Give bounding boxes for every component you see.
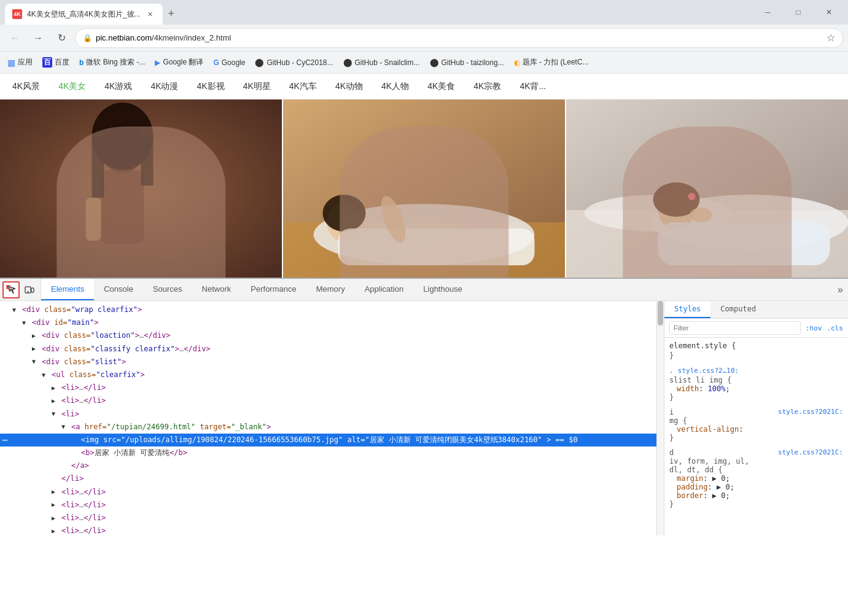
html-line[interactable]: ▶ <li>…</li> bbox=[0, 394, 656, 407]
tab-network[interactable]: Network bbox=[192, 279, 241, 300]
toggle-arrow[interactable]: ▼ bbox=[32, 357, 41, 367]
more-tabs-button[interactable]: » bbox=[833, 279, 848, 300]
nav-item-star[interactable]: 4K明星 bbox=[243, 81, 271, 92]
devtools-panel: Elements Console Sources Network Perform… bbox=[0, 278, 848, 536]
toggle-arrow[interactable]: ▶ bbox=[52, 487, 60, 497]
svg-point-9 bbox=[314, 204, 535, 265]
tab-computed[interactable]: Computed bbox=[710, 301, 766, 318]
bookmark-apps[interactable]: ▦ 应用 bbox=[7, 57, 33, 68]
image-3[interactable] bbox=[566, 99, 848, 278]
active-tab[interactable]: 4K 4K美女壁纸_高清4K美女图片_彼... ✕ bbox=[5, 4, 163, 25]
html-line-selected[interactable]: ⋯ <img src="/uploads/allimg/190824/22024… bbox=[0, 434, 656, 446]
toggle-arrow[interactable]: ▶ bbox=[52, 396, 60, 406]
maximize-button[interactable]: □ bbox=[784, 3, 812, 21]
bookmark-github-1[interactable]: ⬤ GitHub - CyC2018... bbox=[255, 58, 333, 67]
styles-filter-input[interactable] bbox=[669, 321, 801, 335]
html-line[interactable]: ▼ <ul class="clearfix"> bbox=[0, 368, 656, 381]
toggle-arrow[interactable]: ▶ bbox=[52, 526, 60, 536]
html-line[interactable]: ▼ <div class="wrap clearfix"> bbox=[0, 303, 656, 316]
bookmark-google[interactable]: G Google bbox=[213, 58, 245, 67]
html-line[interactable]: ▶ <div class="loaction">…</div> bbox=[0, 329, 656, 342]
github3-icon: ⬤ bbox=[430, 58, 439, 67]
cls-pseudo-button[interactable]: .cls bbox=[827, 324, 844, 332]
nav-item-religion[interactable]: 4K宗教 bbox=[473, 81, 501, 92]
html-line[interactable]: ▶ <li>…</li> bbox=[0, 499, 656, 512]
html-line[interactable]: ▼ <a href="/tupian/24699.html" target="_… bbox=[0, 421, 656, 434]
nav-item-anime[interactable]: 4K动漫 bbox=[150, 81, 178, 92]
toggle-arrow[interactable]: ▼ bbox=[42, 370, 50, 380]
style-source-link-2[interactable]: style.css?2021C: bbox=[778, 408, 843, 416]
html-line[interactable]: ▶ <li>…</li> bbox=[0, 512, 656, 524]
hover-pseudo-button[interactable]: :hov bbox=[806, 324, 822, 332]
toggle-arrow[interactable]: ▼ bbox=[12, 305, 21, 315]
minimize-button[interactable]: ─ bbox=[753, 3, 782, 21]
image-1[interactable] bbox=[0, 99, 282, 278]
tab-console[interactable]: Console bbox=[94, 279, 143, 300]
bookmark-translate[interactable]: ▶ Google 翻译 bbox=[155, 57, 203, 68]
bookmark-apps-label: 应用 bbox=[18, 57, 33, 68]
url-bar[interactable]: 🔒 pic.netbian.com/4kmeinv/index_2.html ☆ bbox=[75, 28, 843, 48]
tab-styles[interactable]: Styles bbox=[664, 301, 710, 318]
nav-item-car[interactable]: 4K汽车 bbox=[289, 81, 317, 92]
toggle-arrow[interactable]: ▶ bbox=[52, 500, 60, 510]
tab-memory[interactable]: Memory bbox=[306, 279, 355, 300]
html-line[interactable]: ▶ <li>…</li> bbox=[0, 486, 656, 499]
bookmark-button[interactable]: ☆ bbox=[827, 32, 835, 44]
html-line[interactable]: </a> bbox=[0, 459, 656, 472]
nav-item-person[interactable]: 4K人物 bbox=[381, 81, 409, 92]
svg-point-20 bbox=[688, 193, 696, 200]
toggle-arrow[interactable]: ▼ bbox=[52, 409, 60, 419]
html-line[interactable]: ▶ <li>…</li> bbox=[0, 381, 656, 394]
tab-lighthouse[interactable]: Lighthouse bbox=[413, 279, 472, 300]
html-line[interactable]: ▼ <li> bbox=[0, 408, 656, 421]
toggle-arrow[interactable]: ▼ bbox=[22, 318, 31, 328]
html-line[interactable]: ▼ <div id="main"> bbox=[0, 316, 656, 329]
tab-application[interactable]: Application bbox=[355, 279, 414, 300]
style-source-link[interactable]: style.css?2…10: bbox=[678, 367, 739, 375]
style-close-brace: } bbox=[669, 351, 843, 360]
style-rule-img: i style.css?2021C: mg { vertical-align: … bbox=[669, 408, 843, 442]
bookmark-baidu[interactable]: 百 百度 bbox=[42, 57, 69, 68]
bookmark-github-2[interactable]: ⬤ GitHub - Snailclim... bbox=[343, 58, 420, 67]
tab-close-button[interactable]: ✕ bbox=[146, 9, 155, 19]
nav-item-film[interactable]: 4K影视 bbox=[197, 81, 225, 92]
new-tab-button[interactable]: + bbox=[163, 5, 180, 22]
device-toolbar-button[interactable] bbox=[21, 281, 38, 298]
nav-item-scenery[interactable]: 4K风景 bbox=[12, 81, 40, 92]
scrollbar-thumb[interactable] bbox=[658, 301, 663, 326]
tab-sources[interactable]: Sources bbox=[143, 279, 192, 300]
toggle-arrow[interactable]: ▼ bbox=[61, 422, 70, 432]
style-close-brace: } bbox=[669, 500, 843, 509]
back-button[interactable]: ← bbox=[5, 28, 25, 48]
html-line[interactable]: ▼ <div class="slist"> bbox=[0, 356, 656, 368]
forward-button[interactable]: → bbox=[28, 28, 48, 48]
svg-rect-25 bbox=[31, 288, 34, 292]
window-close-button[interactable]: ✕ bbox=[815, 3, 843, 21]
inspect-element-button[interactable] bbox=[2, 281, 20, 298]
toggle-arrow[interactable]: ▶ bbox=[32, 344, 41, 354]
image-2[interactable] bbox=[283, 99, 565, 278]
svg-rect-12 bbox=[338, 228, 535, 265]
nav-item-bg[interactable]: 4K背... bbox=[519, 81, 546, 92]
html-line[interactable]: </li> bbox=[0, 472, 656, 485]
toggle-arrow[interactable]: ▶ bbox=[32, 331, 41, 341]
url-text: pic.netbian.com/4kmeinv/index_2.html bbox=[96, 33, 823, 42]
toggle-arrow[interactable]: ▶ bbox=[52, 383, 60, 393]
bookmark-leetcode[interactable]: ◐ 题库 - 力扣 (LeetC... bbox=[514, 57, 589, 68]
html-line[interactable]: ▶ <div class="classify clearfix">…</div> bbox=[0, 343, 656, 356]
nav-item-beauty[interactable]: 4K美女 bbox=[58, 81, 86, 92]
html-line[interactable]: ▶ <li>…</li> bbox=[0, 524, 656, 536]
toggle-arrow[interactable]: ▶ bbox=[52, 513, 60, 523]
tab-title: 4K美女壁纸_高清4K美女图片_彼... bbox=[27, 9, 141, 20]
refresh-button[interactable]: ↻ bbox=[52, 28, 71, 48]
nav-item-animal[interactable]: 4K动物 bbox=[335, 81, 363, 92]
bookmark-bing[interactable]: b 微软 Bing 搜索 -... bbox=[79, 57, 145, 68]
style-source-link-3[interactable]: style.css?2021C: bbox=[778, 448, 843, 457]
html-panel-scrollbar[interactable] bbox=[656, 301, 664, 536]
nav-item-food[interactable]: 4K美食 bbox=[427, 81, 455, 92]
tab-performance[interactable]: Performance bbox=[241, 279, 306, 300]
tab-elements[interactable]: Elements bbox=[41, 279, 94, 300]
html-line[interactable]: <b>居家 小清新 可爱清纯</b> bbox=[0, 446, 656, 459]
nav-item-game[interactable]: 4K游戏 bbox=[104, 81, 132, 92]
bookmark-github-3[interactable]: ⬤ GitHub - taizilong... bbox=[430, 58, 504, 67]
